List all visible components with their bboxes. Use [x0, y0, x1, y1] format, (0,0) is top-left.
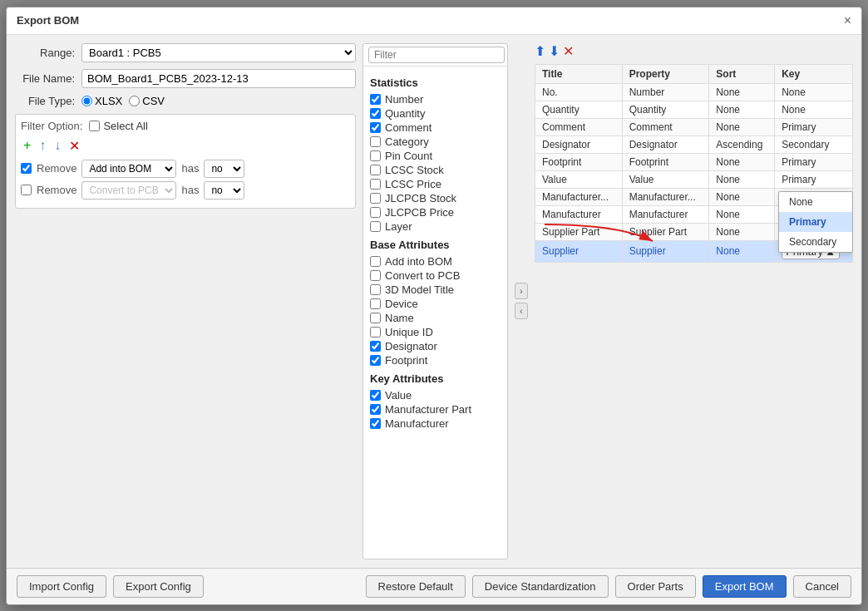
attr-jlcpcb-price-label[interactable]: JLCPCB Price — [385, 206, 454, 219]
move-up-button[interactable]: ↑ — [37, 137, 48, 155]
attr-number-label[interactable]: Number — [385, 93, 423, 106]
attr-footprint: Footprint — [370, 353, 501, 367]
attr-category-checkbox[interactable] — [370, 136, 381, 147]
add-filter-button[interactable]: + — [21, 137, 33, 155]
attr-pin-count-checkbox[interactable] — [370, 150, 381, 161]
row-property: Manufacturer... — [622, 188, 709, 205]
filter-row-1-checkbox[interactable] — [21, 163, 32, 174]
row-title: Comment — [535, 118, 623, 136]
export-config-button[interactable]: Export Config — [113, 575, 204, 598]
dropdown-option-primary[interactable]: Primary — [779, 212, 852, 232]
expand-right-button[interactable]: › — [515, 283, 528, 299]
filename-input[interactable] — [81, 69, 356, 88]
attr-convert-pcb: Convert to PCB — [370, 269, 501, 283]
attr-designator-label[interactable]: Designator — [385, 340, 437, 352]
row-property: Value — [622, 170, 709, 188]
attr-footprint-checkbox[interactable] — [370, 355, 381, 366]
attr-manufacturer-checkbox[interactable] — [370, 418, 381, 429]
attr-value-checkbox[interactable] — [370, 390, 381, 401]
attr-device-checkbox[interactable] — [370, 298, 381, 309]
attr-lcsc-price-label[interactable]: LCSC Price — [385, 178, 441, 190]
attr-comment-checkbox[interactable] — [370, 122, 381, 133]
filter-row-2-action[interactable]: Convert to PCB Add into BOM — [81, 181, 176, 200]
attr-pin-count: Pin Count — [370, 149, 501, 163]
attr-quantity-label[interactable]: Quantity — [385, 107, 425, 120]
attr-comment: Comment — [370, 121, 501, 135]
cancel-button[interactable]: Cancel — [793, 575, 851, 598]
attr-mfr-part-checkbox[interactable] — [370, 404, 381, 415]
filter-row-1-action[interactable]: Add into BOM Convert to PCB — [81, 160, 176, 178]
range-select[interactable]: Board1 : PCB5 — [81, 43, 356, 62]
attr-add-bom-checkbox[interactable] — [370, 256, 381, 267]
export-bom-button[interactable]: Export BOM — [703, 575, 787, 598]
attr-3d-model-label[interactable]: 3D Model Title — [385, 283, 454, 296]
close-button[interactable]: × — [844, 14, 851, 27]
attr-designator-checkbox[interactable] — [370, 341, 381, 352]
row-key: Primary — [775, 170, 853, 188]
attr-add-bom-label[interactable]: Add into BOM — [385, 255, 452, 268]
attr-name-label[interactable]: Name — [385, 312, 414, 324]
table-row: Designator Designator Ascending Secondar… — [535, 136, 853, 153]
attr-layer-label[interactable]: Layer — [385, 220, 412, 233]
move-down-button[interactable]: ↓ — [52, 137, 63, 155]
sort-up-button[interactable]: ⬆ — [535, 43, 545, 59]
xlsx-radio[interactable] — [81, 96, 92, 106]
attr-3d-model-checkbox[interactable] — [370, 284, 381, 295]
attr-convert-pcb-label[interactable]: Convert to PCB — [385, 269, 460, 282]
attributes-filter-input[interactable] — [368, 47, 505, 63]
attr-footprint-label[interactable]: Footprint — [385, 354, 427, 367]
col-key: Key — [775, 64, 853, 83]
import-config-button[interactable]: Import Config — [17, 575, 106, 598]
filter-row-2-checkbox[interactable] — [21, 185, 32, 195]
dropdown-option-none[interactable]: None — [779, 192, 852, 212]
expand-left-button[interactable]: ‹ — [515, 303, 528, 319]
row-sort: None — [709, 170, 775, 188]
select-all-checkbox-label[interactable]: Select All — [89, 120, 147, 132]
attr-manufacturer-label[interactable]: Manufacturer — [385, 417, 449, 430]
attr-quantity-checkbox[interactable] — [370, 108, 381, 119]
attr-convert-pcb-checkbox[interactable] — [370, 270, 381, 281]
row-property: Comment — [622, 118, 709, 136]
attr-comment-label[interactable]: Comment — [385, 121, 432, 134]
attributes-panel: 🔍 Statistics Number Quantity C — [362, 43, 508, 559]
sort-delete-button[interactable]: ✕ — [563, 43, 574, 59]
attr-lcsc-stock-checkbox[interactable] — [370, 165, 381, 175]
order-parts-button[interactable]: Order Parts — [615, 575, 696, 598]
restore-default-button[interactable]: Restore Default — [366, 575, 466, 598]
attr-quantity: Quantity — [370, 106, 501, 121]
sort-down-button[interactable]: ⬇ — [549, 43, 560, 59]
attr-mfr-part: Manufacturer Part — [370, 402, 501, 416]
attr-jlcpcb-price-checkbox[interactable] — [370, 207, 381, 218]
device-std-button[interactable]: Device Standardization — [472, 575, 609, 598]
xlsx-radio-label[interactable]: XLSX — [81, 95, 122, 107]
attr-name-checkbox[interactable] — [370, 313, 381, 323]
attr-lcsc-stock-label[interactable]: LCSC Stock — [385, 164, 444, 176]
attr-mfr-part-label[interactable]: Manufacturer Part — [385, 403, 471, 416]
attr-jlcpcb-stock-label[interactable]: JLCPCB Stock — [385, 192, 456, 204]
col-property: Property — [622, 64, 709, 83]
attr-lcsc-price-checkbox[interactable] — [370, 179, 381, 190]
table-row-selected[interactable]: Supplier Supplier None Primary ▲ — [535, 240, 853, 262]
row-title: Manufacturer — [535, 205, 623, 223]
attr-number-checkbox[interactable] — [370, 94, 381, 105]
csv-radio-label[interactable]: CSV — [129, 95, 165, 107]
dropdown-option-secondary[interactable]: Secondary — [779, 232, 852, 252]
select-all-checkbox[interactable] — [89, 121, 100, 131]
attr-unique-id-label[interactable]: Unique ID — [385, 326, 433, 338]
remove-filter-button[interactable]: ✕ — [67, 137, 82, 155]
attr-unique-id-checkbox[interactable] — [370, 327, 381, 338]
attr-jlcpcb-stock-checkbox[interactable] — [370, 193, 381, 204]
attr-pin-count-label[interactable]: Pin Count — [385, 150, 432, 162]
row-property: Designator — [622, 136, 709, 153]
attr-category-label[interactable]: Category — [385, 136, 429, 148]
attr-jlcpcb-stock: JLCPCB Stock — [370, 191, 501, 205]
attr-device-label[interactable]: Device — [385, 298, 418, 310]
filter-row-2-remove: Remove — [37, 184, 76, 196]
filter-row-1-value[interactable]: no yes — [204, 160, 244, 178]
attr-value-label[interactable]: Value — [385, 389, 412, 402]
csv-radio[interactable] — [129, 96, 140, 106]
attr-unique-id: Unique ID — [370, 325, 501, 339]
attr-layer-checkbox[interactable] — [370, 221, 381, 232]
filter-row-1-remove: Remove — [37, 162, 76, 175]
filter-row-2-value[interactable]: no yes — [204, 181, 244, 200]
